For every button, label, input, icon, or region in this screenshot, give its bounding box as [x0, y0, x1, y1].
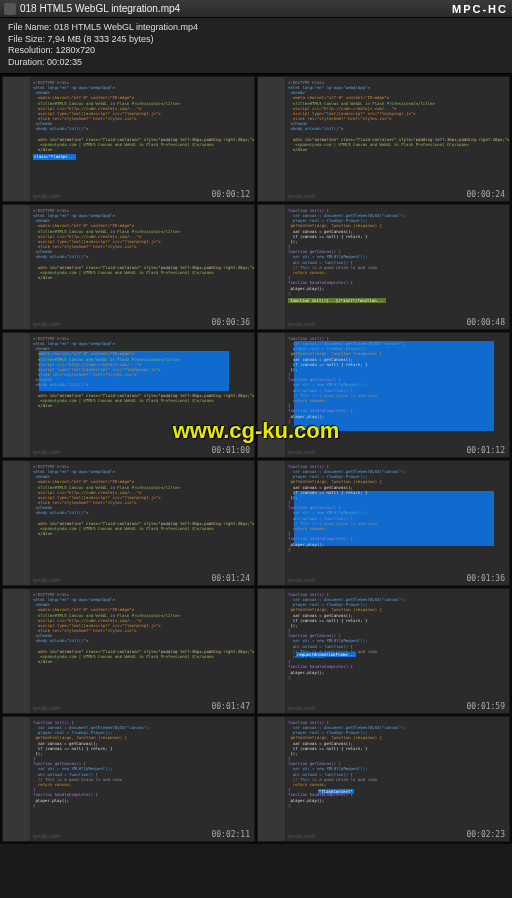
thumbnail-grid: <!DOCTYPE html><html lang="en" ng-app="w… — [0, 74, 512, 844]
source-label: lynda.com — [288, 193, 315, 199]
source-label: lynda.com — [33, 449, 60, 455]
code-editor: <!DOCTYPE html><html lang="en" ng-app="w… — [31, 333, 254, 457]
thumbnail[interactable]: function init() { var canvas = document.… — [257, 460, 510, 586]
window-title: 018 HTML5 WebGL integration.mp4 — [20, 3, 180, 14]
info-filesize: File Size: 7,94 MB (8 333 245 bytes) — [8, 34, 504, 46]
timestamp: 00:00:12 — [211, 190, 250, 199]
thumbnail[interactable]: function init() { var canvas = document.… — [257, 204, 510, 330]
source-label: lynda.com — [33, 833, 60, 839]
thumbnail[interactable]: <!DOCTYPE html><html lang="en" ng-app="w… — [257, 76, 510, 202]
timestamp: 00:00:48 — [466, 318, 505, 327]
editor-sidebar — [258, 333, 286, 457]
code-editor: function init() { var canvas = document.… — [286, 461, 509, 585]
thumbnail[interactable]: function init() { var canvas = document.… — [2, 716, 255, 842]
code-editor: function init() { var canvas = document.… — [286, 589, 509, 713]
code-editor: <!DOCTYPE html><html lang="en" ng-app="w… — [31, 205, 254, 329]
timestamp: 00:01:24 — [211, 574, 250, 583]
source-label: lynda.com — [288, 449, 315, 455]
source-label: lynda.com — [33, 705, 60, 711]
source-label: lynda.com — [33, 193, 60, 199]
thumbnail[interactable]: <!DOCTYPE html><html lang="en" ng-app="w… — [2, 204, 255, 330]
editor-sidebar — [258, 717, 286, 841]
thumbnail[interactable]: <!DOCTYPE html><html lang="en" ng-app="w… — [2, 460, 255, 586]
thumbnail[interactable]: <!DOCTYPE html><html lang="en" ng-app="w… — [2, 588, 255, 714]
info-resolution: Resolution: 1280x720 — [8, 45, 504, 57]
editor-sidebar — [3, 77, 31, 201]
info-filename: File Name: 018 HTML5 WebGL integration.m… — [8, 22, 504, 34]
code-editor: function init() { var canvas = document.… — [286, 717, 509, 841]
app-icon — [4, 3, 16, 15]
thumbnail[interactable]: <!DOCTYPE html><html lang="en" ng-app="w… — [2, 332, 255, 458]
editor-sidebar — [258, 205, 286, 329]
timestamp: 00:02:11 — [211, 830, 250, 839]
timestamp: 00:01:00 — [211, 446, 250, 455]
thumbnail[interactable]: function init() { var canvas = document.… — [257, 332, 510, 458]
title-left: 018 HTML5 WebGL integration.mp4 — [4, 3, 180, 15]
code-editor: <!DOCTYPE html><html lang="en" ng-app="w… — [31, 589, 254, 713]
info-duration: Duration: 00:02:35 — [8, 57, 504, 69]
code-editor: <!DOCTYPE html><html lang="en" ng-app="w… — [286, 77, 509, 201]
thumbnail[interactable]: function init() { var canvas = document.… — [257, 588, 510, 714]
timestamp: 00:01:59 — [466, 702, 505, 711]
timestamp: 00:02:23 — [466, 830, 505, 839]
app-logo: MPC-HC — [452, 3, 508, 15]
editor-sidebar — [3, 717, 31, 841]
titlebar: 018 HTML5 WebGL integration.mp4 MPC-HC — [0, 0, 512, 18]
source-label: lynda.com — [288, 705, 315, 711]
code-editor: function init() { var canvas = document.… — [31, 717, 254, 841]
thumbnail[interactable]: function init() { var canvas = document.… — [257, 716, 510, 842]
editor-sidebar — [3, 589, 31, 713]
code-editor: <!DOCTYPE html><html lang="en" ng-app="w… — [31, 461, 254, 585]
editor-sidebar — [258, 77, 286, 201]
code-editor: function init() { var canvas = document.… — [286, 333, 509, 457]
source-label: lynda.com — [33, 577, 60, 583]
timestamp: 00:00:36 — [211, 318, 250, 327]
editor-sidebar — [3, 205, 31, 329]
source-label: lynda.com — [33, 321, 60, 327]
timestamp: 00:01:12 — [466, 446, 505, 455]
timestamp: 00:00:24 — [466, 190, 505, 199]
editor-sidebar — [3, 333, 31, 457]
thumbnail[interactable]: <!DOCTYPE html><html lang="en" ng-app="w… — [2, 76, 255, 202]
editor-sidebar — [3, 461, 31, 585]
editor-sidebar — [258, 461, 286, 585]
editor-sidebar — [258, 589, 286, 713]
timestamp: 00:01:36 — [466, 574, 505, 583]
code-editor: function init() { var canvas = document.… — [286, 205, 509, 329]
timestamp: 00:01:47 — [211, 702, 250, 711]
source-label: lynda.com — [288, 321, 315, 327]
code-editor: <!DOCTYPE html><html lang="en" ng-app="w… — [31, 77, 254, 201]
source-label: lynda.com — [288, 833, 315, 839]
source-label: lynda.com — [288, 577, 315, 583]
file-info-bar: File Name: 018 HTML5 WebGL integration.m… — [0, 18, 512, 74]
